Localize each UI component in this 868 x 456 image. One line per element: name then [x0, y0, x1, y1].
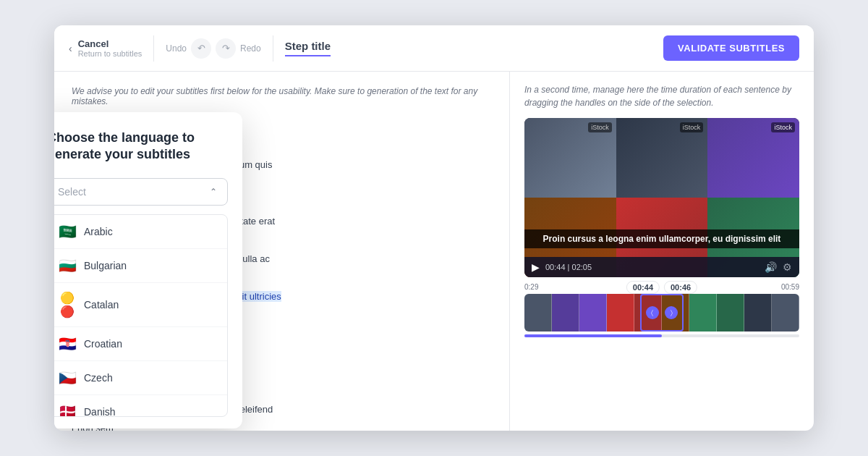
volume-icon[interactable]: 🔊: [765, 261, 777, 273]
right-panel: In a second time, manage here the time d…: [510, 72, 814, 431]
video-frame-3: iStock: [707, 118, 799, 198]
flag-arabic: 🇸🇦: [58, 223, 77, 240]
video-subtitle-bar: Proin cursus a leogna enim ullamcorper, …: [524, 229, 799, 248]
frame-8: [717, 294, 744, 332]
frame-1: [524, 294, 552, 332]
lang-item-croatian[interactable]: 🇭🇷 Croatian: [54, 327, 227, 361]
settings-icon[interactable]: ⚙: [783, 261, 792, 273]
time-current: 00:44: [545, 263, 566, 271]
lang-name-danish: Danish: [84, 406, 116, 417]
play-button[interactable]: ▶: [532, 261, 540, 273]
frame-10: [772, 294, 799, 332]
lang-name-arabic: Arabic: [84, 226, 113, 237]
timeline-top: 0:29 00:44 00:46 00:59: [524, 283, 799, 291]
header-divider-1: [153, 35, 154, 62]
video-container: iStock iStock iStock Proin cursus a leog: [524, 118, 799, 277]
timeline-wrap: 0:29 00:44 00:46 00:59: [524, 283, 799, 332]
timeline-badges: 00:44 00:46: [626, 281, 697, 294]
time-display: 00:44 | 02:05: [545, 263, 592, 271]
advice-text: We advise you to edit your subtitles fir…: [72, 86, 492, 106]
video-controls: ▶ 00:44 | 02:05 🔊 ⚙: [524, 257, 799, 277]
header: ‹ Cancel Return to subtitles Undo ↶ ↷ Re…: [54, 25, 814, 72]
main-window: ‹ Cancel Return to subtitles Undo ↶ ↷ Re…: [54, 25, 814, 431]
select-trigger[interactable]: Select ⌃: [54, 178, 228, 206]
left-handle[interactable]: 〈: [646, 306, 659, 319]
cancel-return-btn[interactable]: ‹ Cancel Return to subtitles: [69, 38, 142, 58]
dropdown-title: Choose the language to generate your sub…: [54, 130, 228, 164]
lang-item-bulgarian[interactable]: 🇧🇬 Bulgarian: [54, 249, 227, 283]
return-label: Return to subtitles: [78, 49, 142, 58]
flag-croatian: 🇭🇷: [58, 335, 77, 352]
time-total: 02:05: [572, 263, 592, 271]
language-dropdown-overlay: Choose the language to generate your sub…: [54, 112, 242, 428]
timeline-start: 0:29: [524, 283, 538, 291]
lang-item-arabic[interactable]: 🇸🇦 Arabic: [54, 215, 227, 249]
redo-label: Redo: [240, 43, 261, 54]
frame-4: [607, 294, 634, 332]
language-list: 🇸🇦 Arabic 🇧🇬 Bulgarian 🟡🔴 Catalan 🇭🇷 Cro…: [54, 214, 228, 417]
right-handle[interactable]: 〉: [665, 306, 678, 319]
timeline-scrubber[interactable]: [524, 334, 799, 337]
undo-redo-controls: Undo ↶ ↷ Redo: [166, 38, 260, 59]
cancel-label: Cancel: [78, 38, 142, 49]
lang-item-czech[interactable]: 🇨🇿 Czech: [54, 361, 227, 395]
header-right: VALIDATE SUBTITLES: [663, 35, 799, 61]
select-placeholder: Select: [58, 186, 86, 198]
scrubber-fill: [524, 334, 662, 337]
timeline-end: 00:59: [781, 283, 799, 291]
lang-name-czech: Czech: [84, 372, 113, 384]
video-frame-2: iStock: [616, 118, 708, 198]
timeline-badge-2: 00:46: [664, 281, 697, 294]
step-title: Step title: [285, 40, 331, 56]
back-arrow-icon: ‹: [69, 43, 72, 54]
chevron-up-icon: ⌃: [210, 187, 217, 197]
video-grid: iStock iStock iStock: [524, 118, 799, 277]
flag-czech: 🇨🇿: [58, 369, 77, 387]
lang-name-croatian: Croatian: [84, 338, 122, 350]
flag-bulgarian: 🇧🇬: [58, 257, 77, 274]
undo-label: Undo: [166, 43, 187, 54]
frame-9: [744, 294, 772, 332]
lang-item-catalan[interactable]: 🟡🔴 Catalan: [54, 283, 227, 327]
timeline-badge-1: 00:44: [626, 281, 660, 294]
frame-3: [579, 294, 607, 332]
lang-item-danish[interactable]: 🇩🇰 Danish: [54, 395, 227, 417]
cancel-return-labels: Cancel Return to subtitles: [78, 38, 142, 58]
header-divider-2: [273, 35, 273, 62]
flag-catalan: 🟡🔴: [58, 291, 77, 318]
frame-2: [552, 294, 579, 332]
lang-name-bulgarian: Bulgarian: [84, 260, 127, 271]
redo-button[interactable]: ↷: [216, 38, 236, 59]
timeline-track[interactable]: 〈 〉: [524, 294, 799, 332]
video-frame-1: iStock: [524, 118, 616, 198]
flag-danish: 🇩🇰: [58, 403, 77, 417]
right-panel-info: In a second time, manage here the time d…: [524, 83, 799, 109]
timeline-selection: 〈 〉: [640, 294, 684, 332]
frame-7: [689, 294, 717, 332]
lang-name-catalan: Catalan: [84, 299, 119, 311]
video-placeholder: iStock iStock iStock: [524, 118, 799, 277]
validate-subtitles-button[interactable]: VALIDATE SUBTITLES: [663, 35, 799, 61]
undo-button[interactable]: ↶: [191, 38, 211, 59]
